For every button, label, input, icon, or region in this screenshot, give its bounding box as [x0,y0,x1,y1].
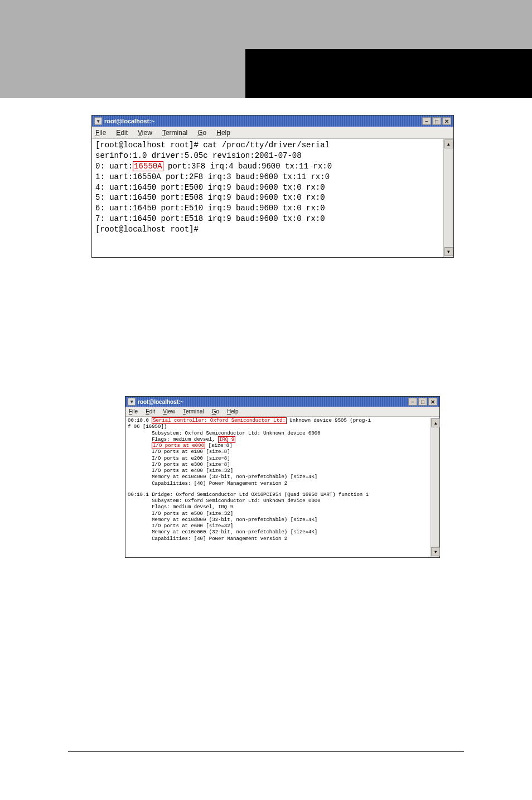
close-button[interactable]: ✕ [428,398,437,406]
scroll-up-icon[interactable]: ▴ [444,139,453,148]
terminal-output-2[interactable]: 00:10.0 Serial controller: Oxford Semico… [125,417,439,554]
scroll-up-icon[interactable]: ▴ [431,418,440,427]
window-title-2: root@localhost:~ [138,399,408,405]
maximize-button[interactable]: □ [418,398,427,406]
term2-line-13: Subsystem: Oxford Semiconductor Ltd: Unk… [128,498,437,504]
term2-line-0: 00:10.0 Serial controller: Oxford Semico… [128,418,437,424]
term1-line-5: 5: uart:16450 port:E508 irq:9 baud:9600 … [95,192,450,203]
highlight-irq9: IRQ 9 [218,436,235,443]
menu-file[interactable]: File [129,408,138,415]
term2-line-4: I/O ports at e000 [size=8] [128,443,437,449]
term2-line-16: Memory at ec10d000 (32-bit, non-prefetch… [128,517,437,523]
scroll-down-icon[interactable]: ▾ [444,247,453,256]
close-button[interactable]: ✕ [442,117,451,125]
term2-line-2: Subsystem: Oxford Semiconductor Ltd: Unk… [128,431,437,437]
term1-line-0: [root@localhost root]# cat /proc/tty/dri… [95,140,450,151]
scroll-down-icon[interactable]: ▾ [431,547,440,556]
menu-view[interactable]: View [163,408,175,415]
terminal-output-1[interactable]: [root@localhost root]# cat /proc/tty/dri… [92,139,453,257]
term1-line-2: 0: uart:16550A port:3F8 irq:4 baud:9600 … [95,161,450,172]
scrollbar-1[interactable]: ▴ ▾ [443,139,453,257]
term2-line-9: Memory at ec10c000 (32-bit, non-prefetch… [128,474,437,480]
highlight-serial-controller: Serial controller: Oxford Semiconductor … [152,417,287,424]
menu-edit[interactable]: Edit [116,129,128,137]
term1-line-6: 6: uart:16450 port:E510 irq:9 baud:9600 … [95,203,450,214]
terminal-window-2: ▾ root@localhost:~ – □ ✕ File Edit View … [125,396,440,558]
minimize-button[interactable]: – [408,398,417,406]
term1-line-7: 7: uart:16450 port:E518 irq:9 baud:9600 … [95,214,450,224]
menu-view[interactable]: View [138,129,152,137]
menu-edit[interactable]: Edit [146,408,155,415]
titlebar-1[interactable]: ▾ root@localhost:~ – □ ✕ [92,115,453,127]
menu-go[interactable]: Go [197,129,206,137]
window-controls-1: – □ ✕ [422,117,451,125]
term2-line-6: I/O ports at e200 [size=8] [128,456,437,462]
footer-separator [68,751,464,752]
scrollbar-2[interactable]: ▴ ▾ [431,418,439,557]
menubar-1: File Edit View Terminal Go Help [92,127,453,139]
term2-line-8: I/O ports at e400 [size=32] [128,468,437,474]
menu-help[interactable]: Help [227,408,239,415]
term2-line-5: I/O ports at e100 [size=8] [128,449,437,455]
term2-line-18: Memory at ec10e000 (32-bit, non-prefetch… [128,529,437,536]
term2-line-1: f 06 [16950]) [128,424,437,430]
term1-line-4: 4: uart:16450 port:E500 irq:9 baud:9600 … [95,182,450,193]
terminal-window-1: ▾ root@localhost:~ – □ ✕ File Edit View … [91,115,454,258]
menu-file[interactable]: File [95,129,106,137]
term2-line-11 [128,487,437,492]
titlebar-2[interactable]: ▾ root@localhost:~ – □ ✕ [125,397,439,407]
highlight-16550A: 16550A [133,161,163,171]
menu-terminal[interactable]: Terminal [162,129,187,137]
menu-go[interactable]: Go [212,408,219,415]
term1-line-1: serinfo:1.0 driver:5.05c revision:2001-0… [95,151,450,161]
term2-line-12: 00:10.1 Bridge: Oxford Semiconductor Ltd… [128,492,437,498]
maximize-button[interactable]: □ [432,117,441,125]
system-menu-icon[interactable]: ▾ [94,117,102,125]
window-controls-2: – □ ✕ [408,398,437,406]
term1-line-8: [root@localhost root]# [95,224,450,235]
minimize-button[interactable]: – [422,117,431,125]
term2-line-15: I/O ports at e500 [size=32] [128,511,437,517]
window-title-1: root@localhost:~ [104,118,422,124]
menubar-2: File Edit View Terminal Go Help [125,407,439,417]
menu-terminal[interactable]: Terminal [183,408,204,415]
header-black-block [245,49,532,98]
term2-line-10: Capabilities: [40] Power Management vers… [128,481,437,487]
term2-line-19: Capabilities: [40] Power Management vers… [128,536,437,542]
system-menu-icon[interactable]: ▾ [128,398,136,406]
term2-line-17: I/O ports at e600 [size=32] [128,523,437,529]
term1-line-3: 1: uart:16550A port:2F8 irq:3 baud:9600 … [95,172,450,182]
menu-help[interactable]: Help [216,129,230,137]
term2-line-14: Flags: medium devsel, IRQ 9 [128,504,437,510]
highlight-ioports: I/O ports at e000 [152,442,205,449]
term2-line-7: I/O ports at e300 [size=8] [128,462,437,468]
